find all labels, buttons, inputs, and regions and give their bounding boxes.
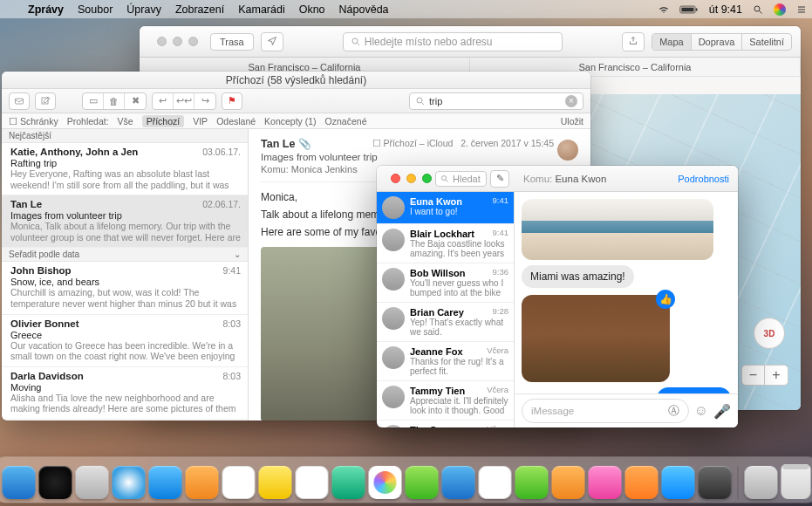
messages-thread-item[interactable]: Blair LockhartThe Baja coastline looks a…: [377, 224, 514, 263]
messages-thread-item[interactable]: Tammy TienAppreciate it. I'll definitely…: [377, 381, 514, 421]
scope-flagged[interactable]: Označené: [325, 116, 367, 126]
mail-message-list[interactable]: Nejčastější Katie, Anthony, John a Jen03…: [2, 129, 249, 421]
scope-vip[interactable]: VIP: [193, 116, 208, 126]
current-location-button[interactable]: [261, 32, 283, 51]
menubar[interactable]: Zprávy Soubor Úpravy Zobrazení Kamarádi …: [0, 0, 812, 18]
messages-thread-item[interactable]: Bob WillsonYou'll never guess who I bump…: [377, 263, 514, 303]
dock-numbers-icon[interactable]: [515, 466, 548, 499]
dock[interactable]: [0, 457, 812, 503]
dock-appstore-icon[interactable]: [661, 466, 694, 499]
compose-button[interactable]: [35, 92, 56, 110]
wifi-icon[interactable]: [653, 4, 674, 15]
mail-list-item[interactable]: Tan Le02.06.17.Images from volunteer tri…: [2, 195, 248, 248]
dock-preferences-icon[interactable]: [698, 466, 731, 499]
dock-mail-icon[interactable]: [148, 466, 181, 499]
dock-ibooks-icon[interactable]: [624, 466, 658, 499]
messages-thread-item[interactable]: Jeanne FoxThanks for the rug! It's a per…: [377, 342, 514, 381]
clock[interactable]: út 9:41: [704, 3, 747, 16]
share-button[interactable]: [622, 32, 645, 51]
dock-finder-icon[interactable]: [2, 466, 35, 499]
messages-thread-item[interactable]: Euna KwonI want to go!9:41: [377, 192, 514, 224]
close-icon[interactable]: [157, 37, 167, 46]
zoom-icon[interactable]: [188, 37, 198, 46]
mailboxes-toggle[interactable]: ☐ Schránky: [9, 116, 58, 126]
messages-thread-item[interactable]: Brian CareyYep! That's exactly what we s…: [377, 303, 514, 342]
received-image-2[interactable]: 👍: [522, 295, 670, 382]
seg-transit[interactable]: Doprava: [692, 34, 743, 50]
dock-contacts-icon[interactable]: [185, 466, 218, 499]
archive-group[interactable]: ▭ 🗑 ✖: [82, 92, 147, 110]
dock-safari-icon[interactable]: [112, 466, 145, 499]
battery-icon[interactable]: [674, 4, 704, 15]
new-message-button[interactable]: ✎: [490, 170, 509, 188]
maps-search-input[interactable]: Hledejte místo nebo adresu: [343, 32, 563, 51]
menu-buddies[interactable]: Kamarádi: [231, 3, 292, 16]
archive-button[interactable]: ▭: [83, 93, 104, 109]
maps-zoom-control[interactable]: − +: [741, 365, 788, 386]
flag-button[interactable]: ⚑: [222, 92, 242, 110]
dock-launchpad-icon[interactable]: [75, 466, 108, 499]
dock-facetime-icon[interactable]: [441, 466, 474, 499]
save-search-button[interactable]: Uložit: [561, 116, 583, 126]
received-image-1[interactable]: [522, 199, 713, 260]
reply-all-button[interactable]: ↩↩: [174, 93, 194, 109]
dock-reminders-icon[interactable]: [295, 466, 328, 499]
zoom-in-button[interactable]: +: [765, 366, 788, 385]
menu-edit[interactable]: Úpravy: [119, 3, 168, 16]
junk-button[interactable]: ✖: [125, 93, 146, 109]
dock-calendar-icon[interactable]: [222, 466, 255, 499]
app-store-icon[interactable]: Ⓐ: [668, 403, 679, 419]
close-icon[interactable]: [391, 174, 400, 183]
maps-3d-button[interactable]: 3D: [754, 318, 785, 349]
scope-inbox[interactable]: Příchozí: [142, 115, 185, 127]
menu-file[interactable]: Soubor: [71, 3, 119, 16]
dock-notes-icon[interactable]: [258, 466, 291, 499]
forward-button[interactable]: ↪: [194, 93, 215, 109]
minimize-icon[interactable]: [173, 37, 182, 46]
menu-window[interactable]: Okno: [292, 3, 332, 16]
section-top-hits[interactable]: Nejčastější: [2, 129, 248, 143]
clear-search-icon[interactable]: ×: [565, 95, 577, 107]
menu-help[interactable]: Nápověda: [332, 3, 396, 16]
directions-button[interactable]: Trasa: [210, 33, 254, 51]
dock-trash-icon[interactable]: [781, 464, 810, 499]
dock-messages-icon[interactable]: [405, 466, 438, 499]
spotlight-icon[interactable]: [747, 4, 768, 15]
dock-keynote-icon[interactable]: [551, 466, 584, 499]
reply-button[interactable]: ↩: [153, 93, 174, 109]
imessage-input[interactable]: iMessage Ⓐ: [522, 399, 689, 423]
menu-view[interactable]: Zobrazení: [168, 3, 231, 16]
mail-list-item[interactable]: Darla Davidson8:03MovingAlisha and Tia l…: [2, 367, 248, 420]
minimize-icon[interactable]: [406, 174, 416, 183]
siri-icon[interactable]: [768, 3, 791, 16]
scope-drafts[interactable]: Koncepty (1): [264, 116, 317, 126]
mail-list-item[interactable]: Katie, Anthony, John a Jen03.06.17.Rafti…: [2, 143, 248, 195]
mail-list-item[interactable]: Olivier Bonnet8:03GreeceOur vacation to …: [2, 315, 248, 367]
mail-list-item[interactable]: John Bishop9:41Snow, ice, and bearsChurc…: [2, 262, 248, 314]
seg-satellite[interactable]: Satelitní: [742, 34, 791, 50]
get-mail-button[interactable]: [9, 92, 30, 110]
notifications-icon[interactable]: [791, 4, 812, 15]
zoom-out-button[interactable]: −: [742, 366, 765, 385]
reply-group[interactable]: ↩ ↩↩ ↪: [152, 92, 216, 110]
details-button[interactable]: Podrobnosti: [678, 174, 729, 184]
messages-thread-list[interactable]: Euna KwonI want to go!9:41Blair Lockhart…: [377, 192, 515, 427]
seg-map[interactable]: Mapa: [652, 34, 692, 50]
tapback-like-icon[interactable]: 👍: [656, 290, 675, 309]
mail-list-item[interactable]: Heather Schoell7:45Travel expensesMonica…: [2, 420, 248, 421]
dock-pages-icon[interactable]: [478, 466, 511, 499]
dock-maps-icon[interactable]: [331, 466, 365, 499]
emoji-icon[interactable]: ☺: [694, 403, 708, 419]
section-sort[interactable]: Seřadit podle data⌄: [2, 248, 248, 262]
scope-sent[interactable]: Odeslané: [216, 116, 256, 126]
dock-itunes-icon[interactable]: [588, 466, 621, 499]
messages-search-input[interactable]: Hledat: [435, 171, 487, 187]
dock-photos-icon[interactable]: [368, 466, 401, 499]
delete-button[interactable]: 🗑: [104, 93, 125, 109]
scope-all[interactable]: Vše: [118, 116, 133, 126]
mail-search-input[interactable]: trip ×: [409, 92, 583, 110]
messages-thread-item[interactable]: The GuysIf you're casting into clear wat…: [377, 421, 514, 427]
app-name[interactable]: Zprávy: [21, 3, 71, 16]
dock-downloads-icon[interactable]: [744, 466, 777, 499]
microphone-icon[interactable]: 🎤: [713, 403, 731, 420]
